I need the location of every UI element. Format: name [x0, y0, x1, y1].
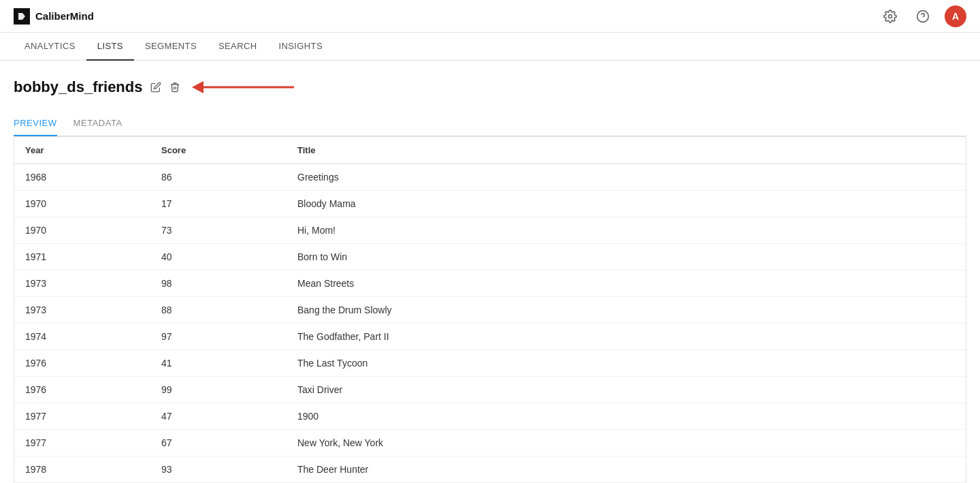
- user-avatar[interactable]: A: [945, 5, 966, 27]
- table-row: 1971 40 Born to Win: [14, 244, 966, 270]
- cell-year: 1977: [14, 403, 150, 430]
- col-header-score: Score: [150, 137, 287, 164]
- nav-item-search[interactable]: SEARCH: [208, 33, 268, 61]
- cell-title: New York, New York: [287, 430, 966, 456]
- cell-year: 1970: [14, 191, 150, 217]
- table-row: 1974 97 The Godfather, Part II: [14, 324, 966, 350]
- table-row: 1968 86 Greetings: [14, 164, 966, 191]
- table-row: 1973 98 Mean Streets: [14, 270, 966, 297]
- nav-item-lists[interactable]: LISTS: [86, 33, 134, 61]
- cell-year: 1970: [14, 217, 150, 244]
- cell-year: 1976: [14, 350, 150, 377]
- cell-score: 98: [150, 270, 287, 297]
- cell-title: The Deer Hunter: [287, 456, 966, 483]
- table-row: 1973 88 Bang the Drum Slowly: [14, 297, 966, 324]
- data-table-container: Year Score Title 1968 86 Greetings 1970 …: [14, 136, 966, 483]
- edit-title-button[interactable]: [150, 82, 161, 93]
- settings-button[interactable]: [879, 5, 901, 27]
- table-row: 1976 99 Taxi Driver: [14, 377, 966, 403]
- cell-year: 1968: [14, 164, 150, 191]
- cell-score: 86: [150, 164, 287, 191]
- cell-score: 93: [150, 456, 287, 483]
- cell-score: 17: [150, 191, 287, 217]
- cell-title: Bang the Drum Slowly: [287, 297, 966, 324]
- cell-score: 88: [150, 297, 287, 324]
- nav-item-insights[interactable]: INSIGHTS: [267, 33, 333, 61]
- app-name: CaliberMind: [35, 10, 94, 22]
- topbar: CaliberMind A: [0, 0, 980, 33]
- data-table: Year Score Title 1968 86 Greetings 1970 …: [14, 137, 966, 483]
- table-row: 1970 73 Hi, Mom!: [14, 217, 966, 244]
- nav-item-analytics[interactable]: ANALYTICS: [14, 33, 86, 61]
- topbar-left: CaliberMind: [14, 8, 94, 25]
- svg-marker-5: [192, 81, 203, 93]
- help-button[interactable]: [912, 5, 934, 27]
- cell-year: 1973: [14, 297, 150, 324]
- table-row: 1977 47 1900: [14, 403, 966, 430]
- cell-title: Mean Streets: [287, 270, 966, 297]
- table-row: 1978 93 The Deer Hunter: [14, 456, 966, 483]
- table-row: 1977 67 New York, New York: [14, 430, 966, 456]
- cell-score: 40: [150, 244, 287, 270]
- title-row: bobby_ds_friends: [14, 77, 966, 97]
- tabs: PREVIEW METADATA: [14, 111, 966, 136]
- table-row: 1976 41 The Last Tycoon: [14, 350, 966, 377]
- cell-year: 1974: [14, 324, 150, 350]
- svg-point-1: [889, 14, 892, 18]
- col-header-title: Title: [287, 137, 966, 164]
- cell-title: Taxi Driver: [287, 377, 966, 403]
- nav-item-segments[interactable]: SEGMENTS: [134, 33, 208, 61]
- page-content: bobby_ds_friends PREVIEW METADATA: [0, 61, 980, 483]
- cell-score: 73: [150, 217, 287, 244]
- arrow-annotation: [189, 77, 297, 97]
- table-row: 1970 17 Bloody Mama: [14, 191, 966, 217]
- cell-score: 99: [150, 377, 287, 403]
- cell-score: 47: [150, 403, 287, 430]
- cell-title: Hi, Mom!: [287, 217, 966, 244]
- cell-score: 97: [150, 324, 287, 350]
- cell-year: 1976: [14, 377, 150, 403]
- cell-title: Born to Win: [287, 244, 966, 270]
- cell-year: 1978: [14, 456, 150, 483]
- cell-year: 1971: [14, 244, 150, 270]
- cell-title: The Godfather, Part II: [287, 324, 966, 350]
- cell-score: 67: [150, 430, 287, 456]
- main-nav: ANALYTICS LISTS SEGMENTS SEARCH INSIGHTS: [0, 33, 980, 61]
- tab-preview[interactable]: PREVIEW: [14, 111, 57, 136]
- topbar-right: A: [879, 5, 966, 27]
- table-header-row: Year Score Title: [14, 137, 966, 164]
- cell-year: 1977: [14, 430, 150, 456]
- cell-title: Greetings: [287, 164, 966, 191]
- cell-title: The Last Tycoon: [287, 350, 966, 377]
- cell-title: 1900: [287, 403, 966, 430]
- tab-metadata[interactable]: METADATA: [74, 111, 122, 136]
- col-header-year: Year: [14, 137, 150, 164]
- delete-button[interactable]: [169, 82, 180, 93]
- cell-score: 41: [150, 350, 287, 377]
- page-title: bobby_ds_friends: [14, 78, 142, 96]
- cell-title: Bloody Mama: [287, 191, 966, 217]
- cell-year: 1973: [14, 270, 150, 297]
- app-logo: [14, 8, 30, 25]
